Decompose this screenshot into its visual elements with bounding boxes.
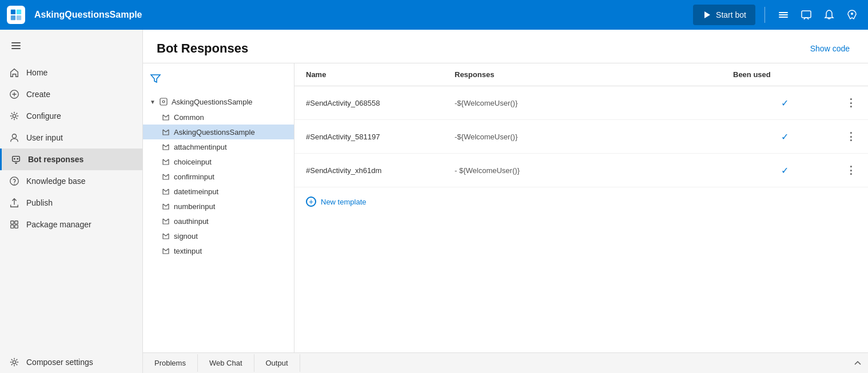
content-body: ▼ AskingQuestionsSample Common bbox=[143, 63, 868, 352]
sidebar-item-user-input[interactable]: User input bbox=[0, 127, 142, 149]
sidebar-item-create[interactable]: Create bbox=[0, 83, 142, 105]
show-code-button[interactable]: Show code bbox=[806, 42, 854, 55]
svg-rect-1 bbox=[17, 10, 21, 14]
svg-rect-11 bbox=[11, 45, 21, 46]
main-layout: Home Create Configure User input bbox=[0, 30, 868, 373]
col-been-used: Been used bbox=[733, 70, 836, 79]
home-icon bbox=[9, 67, 19, 78]
sidebar-item-publish[interactable]: Publish bbox=[0, 192, 142, 214]
tree-item-confirminput[interactable]: confirminput bbox=[143, 169, 294, 184]
data-panel: Name Responses Been used #SendActivity_0… bbox=[294, 63, 868, 352]
filter-row bbox=[143, 70, 294, 94]
content-area: Bot Responses Show code ▼ bbox=[143, 30, 868, 373]
tab-problems[interactable]: Problems bbox=[143, 354, 198, 372]
tab-output[interactable]: Output bbox=[254, 354, 300, 372]
svg-rect-16 bbox=[13, 157, 20, 162]
tree-item-choiceinput[interactable]: choiceinput bbox=[143, 154, 294, 169]
hamburger-menu-button[interactable] bbox=[5, 34, 27, 57]
tab-web-chat[interactable]: Web Chat bbox=[198, 354, 254, 372]
new-template-row[interactable]: + New template bbox=[294, 187, 868, 216]
tree-item-datetimeinput[interactable]: datetimeinput bbox=[143, 184, 294, 199]
sidebar: Home Create Configure User input bbox=[0, 30, 143, 373]
tree-item-attachmentinput[interactable]: attachmentinput bbox=[143, 139, 294, 154]
row-3-more-button[interactable]: ⋮ bbox=[836, 164, 857, 177]
row-3-name: #SendActivity_xh61dm bbox=[306, 166, 455, 175]
svg-point-14 bbox=[13, 114, 15, 117]
user-input-icon bbox=[9, 133, 19, 143]
tree-item-attachment-icon bbox=[161, 142, 170, 151]
svg-point-27 bbox=[162, 101, 165, 103]
start-bot-button[interactable]: Start bot bbox=[693, 5, 755, 25]
tree-item-oauthinput-label: oauthinput bbox=[174, 217, 209, 226]
svg-rect-0 bbox=[11, 10, 15, 14]
table-row: #SendActivity_581197 -${WelcomeUser()} ✓… bbox=[294, 120, 868, 154]
chat-icon[interactable] bbox=[797, 6, 815, 24]
sidebar-item-package-manager[interactable]: Package manager bbox=[0, 214, 142, 235]
tree-root-item[interactable]: ▼ AskingQuestionsSample bbox=[143, 94, 294, 110]
bot-responses-icon bbox=[11, 154, 21, 165]
sidebar-item-knowledge-base[interactable]: Knowledge base bbox=[0, 170, 142, 192]
sidebar-item-bot-responses-label: Bot responses bbox=[28, 155, 83, 164]
row-1-more-button[interactable]: ⋮ bbox=[836, 97, 857, 109]
tree-item-oauthinput[interactable]: oauthinput bbox=[143, 214, 294, 228]
tree-panel: ▼ AskingQuestionsSample Common bbox=[143, 63, 294, 352]
publish-icon bbox=[9, 198, 19, 208]
tree-item-number-icon bbox=[161, 202, 170, 211]
tree-item-datetime-icon bbox=[161, 187, 170, 196]
table-row: #SendActivity_068558 -${WelcomeUser()} ✓… bbox=[294, 86, 868, 120]
svg-point-17 bbox=[14, 158, 15, 160]
tree-item-signout[interactable]: signout bbox=[143, 228, 294, 243]
menu-lines-icon[interactable] bbox=[774, 6, 793, 24]
row-1-check: ✓ bbox=[733, 98, 836, 109]
sidebar-item-create-label: Create bbox=[26, 90, 50, 99]
hamburger-icon bbox=[10, 40, 22, 51]
start-bot-label: Start bot bbox=[716, 10, 746, 19]
row-2-name: #SendActivity_581197 bbox=[306, 133, 455, 141]
svg-point-25 bbox=[13, 360, 15, 363]
sidebar-item-publish-label: Publish bbox=[26, 198, 53, 207]
sidebar-item-package-manager-label: Package manager bbox=[26, 220, 91, 229]
tree-item-confirm-icon bbox=[161, 172, 170, 181]
svg-rect-23 bbox=[11, 225, 14, 228]
tree-item-numberinput[interactable]: numberinput bbox=[143, 199, 294, 214]
app-title: AskingQuestionsSample bbox=[34, 10, 688, 20]
row-1-response: -${WelcomeUser()} bbox=[455, 99, 733, 107]
table-row: #SendActivity_xh61dm - ${WelcomeUser()} … bbox=[294, 154, 868, 187]
svg-rect-5 bbox=[779, 12, 788, 13]
row-3-response: - ${WelcomeUser()} bbox=[455, 166, 733, 175]
svg-marker-4 bbox=[704, 11, 710, 18]
svg-rect-26 bbox=[160, 98, 167, 105]
tree-item-attachmentinput-label: attachmentinput bbox=[174, 143, 227, 151]
notification-icon[interactable] bbox=[820, 6, 838, 24]
bottom-bar: Problems Web Chat Output bbox=[143, 352, 868, 373]
col-name: Name bbox=[306, 70, 455, 79]
tree-item-choice-icon bbox=[161, 157, 170, 166]
sidebar-item-configure[interactable]: Configure bbox=[0, 105, 142, 127]
collapse-panel-button[interactable] bbox=[847, 353, 868, 374]
tree-item-textinput[interactable]: textinput bbox=[143, 243, 294, 258]
content-header: Bot Responses Show code bbox=[143, 30, 868, 63]
sidebar-item-home[interactable]: Home bbox=[0, 62, 142, 83]
tree-item-asking-icon bbox=[161, 127, 170, 137]
tree-item-datetimeinput-label: datetimeinput bbox=[174, 187, 218, 196]
new-template-circle-icon: + bbox=[306, 196, 316, 207]
svg-point-15 bbox=[12, 134, 16, 138]
tree-item-asking-questions[interactable]: AskingQuestionsSample bbox=[143, 125, 294, 139]
row-2-response: -${WelcomeUser()} bbox=[455, 133, 733, 141]
topbar: AskingQuestionsSample Start bot bbox=[0, 0, 868, 30]
svg-rect-7 bbox=[779, 17, 788, 18]
sidebar-item-user-input-label: User input bbox=[26, 133, 63, 142]
configure-icon bbox=[9, 111, 19, 121]
chevron-up-icon bbox=[853, 359, 862, 368]
filter-icon[interactable] bbox=[150, 75, 161, 86]
row-2-more-button[interactable]: ⋮ bbox=[836, 130, 857, 143]
tree-item-common[interactable]: Common bbox=[143, 110, 294, 125]
rocket-icon[interactable] bbox=[843, 6, 861, 24]
tree-item-text-icon bbox=[161, 246, 170, 255]
sidebar-item-composer-settings[interactable]: Composer settings bbox=[0, 351, 142, 373]
svg-rect-8 bbox=[802, 11, 811, 18]
svg-rect-22 bbox=[15, 221, 18, 224]
svg-rect-2 bbox=[11, 15, 15, 20]
svg-rect-6 bbox=[779, 14, 788, 15]
sidebar-item-bot-responses[interactable]: Bot responses bbox=[0, 149, 142, 170]
